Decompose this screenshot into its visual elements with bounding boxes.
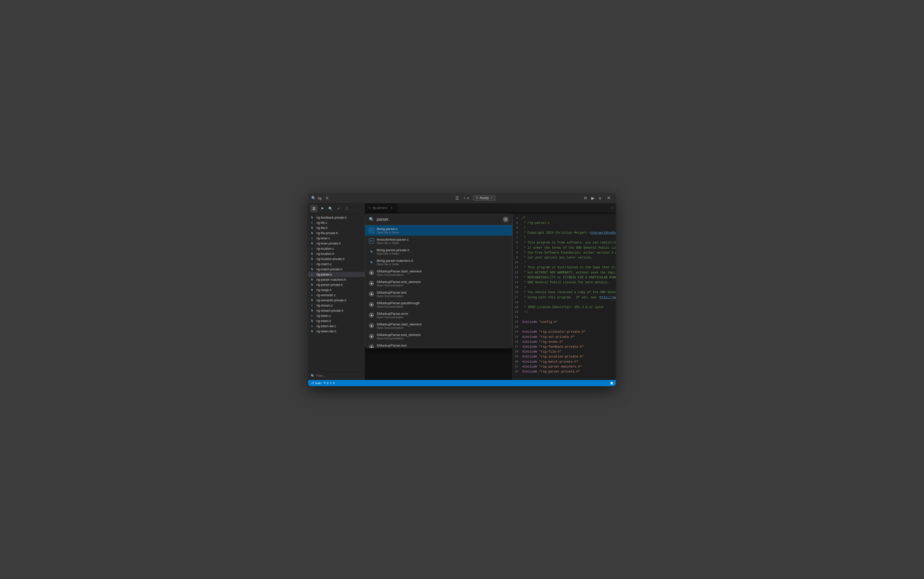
sidebar-icon-search[interactable]: 🔍: [327, 205, 334, 212]
preview-line: 11 * This program is distributed in the …: [515, 265, 614, 270]
new-file-button[interactable]: + ∨: [462, 195, 471, 201]
quick-open-result-item[interactable]: h lib/rig-parser-matchers.h Open file or…: [365, 257, 512, 268]
result-name: GMarkupParser.end_element: [377, 333, 420, 337]
sidebar-file-item[interactable]: crig-token-iter.c: [308, 324, 365, 329]
titlebar-left: 🔍 rig ≡: [311, 195, 368, 201]
status-label: Ready: [480, 196, 489, 200]
quick-open-result-item[interactable]: ● GMarkupParser.error Open Documentation: [365, 310, 512, 321]
sidebar-file-item[interactable]: hrig-range.h: [308, 288, 365, 293]
quick-open-result-item[interactable]: ● GMarkupParser.end_element Open Documen…: [365, 331, 512, 342]
sidebar-file-item[interactable]: crig-semantic.c: [308, 293, 365, 298]
file-name: rig-file-private.h: [316, 231, 338, 235]
debug-icon[interactable]: ⚙: [583, 195, 588, 201]
result-type-icon: C: [369, 238, 374, 244]
file-name: rig-match.c: [316, 262, 332, 266]
result-text: testsuite/test-parser.c Open file or fol…: [377, 237, 409, 245]
app-window: 🔍 rig ≡ ☰ + ∨ ⇅ Ready ✓ ⚙ ▶ ∨ ✕ ☰ ⚑ �: [308, 193, 616, 386]
quick-open-result-item[interactable]: C lib/rig-parser.c Open file or folder: [365, 225, 512, 236]
sidebar-icon-list[interactable]: ☰: [310, 205, 317, 212]
sidebar-file-item[interactable]: hrig-feedback-private.h: [308, 215, 365, 220]
file-type-badge: c: [311, 237, 315, 240]
file-name: rig-location.h: [316, 252, 334, 256]
preview-line: 16 * You should have received a copy of …: [515, 290, 614, 295]
sidebar-file-item[interactable]: crig-parser.c: [308, 272, 365, 277]
result-type-icon: ●: [369, 344, 374, 348]
result-name: GMarkupParser.end_element: [377, 280, 420, 284]
file-type-badge: c: [311, 325, 315, 327]
preview-line: 23: [515, 325, 614, 330]
branch-icon: ⎇: [311, 381, 314, 384]
sidebar-file-item[interactable]: hrig-file.h: [308, 226, 365, 231]
status-badge[interactable]: ⇅ Ready ✓: [473, 195, 496, 201]
sidebar-file-item[interactable]: hrig-stream-private.h: [308, 308, 365, 313]
run-dropdown[interactable]: ∨: [597, 195, 603, 201]
sidebar-file-item[interactable]: hrig-lexer-private.h: [308, 241, 365, 246]
sidebar-file-item[interactable]: crig-match.c: [308, 262, 365, 267]
preview-line: 12 * but WITHOUT ANY WARRANTY; without e…: [515, 270, 614, 275]
filter-input[interactable]: [316, 374, 362, 378]
quick-open-clear-button[interactable]: ✕: [503, 217, 509, 222]
sidebar-file-item[interactable]: crig-token.c: [308, 313, 365, 319]
result-sub: Open file or folder: [377, 252, 409, 255]
preview-line: 9 * (at your option) any later version.: [515, 255, 614, 260]
quick-open-result-item[interactable]: ● GMarkupParser.text Open Documentation: [365, 342, 512, 348]
sidebar-file-item[interactable]: crig-stream.c: [308, 303, 365, 308]
menu-icon[interactable]: ≡: [325, 195, 328, 201]
preview-line: 6 * This program is free software: you c…: [515, 240, 614, 245]
sidebar-file-item[interactable]: hrig-file-private.h: [308, 231, 365, 236]
sidebar-file-item[interactable]: hrig-token-iter.h: [308, 329, 365, 334]
sidebar-file-item[interactable]: hrig-location.h: [308, 251, 365, 257]
result-text: GMarkupParser.end_element Open Documenta…: [377, 280, 420, 287]
quick-open-search-icon: 🔍: [369, 217, 374, 222]
result-type-icon: h: [369, 249, 374, 254]
panel-icon[interactable]: ▣: [610, 381, 613, 385]
file-name: rig-semantic-private.h: [316, 299, 346, 302]
close-button[interactable]: ✕: [605, 194, 613, 202]
sidebar-file-item[interactable]: hrig-parser-matchers.h: [308, 277, 365, 282]
result-text: lib/rig-parser.c Open file or folder: [377, 227, 399, 234]
file-type-badge: c: [311, 294, 315, 296]
sidebar-file-item[interactable]: hrig-location-private.h: [308, 257, 365, 262]
result-type-icon: ●: [369, 312, 374, 318]
result-sub: Open Documentation: [377, 284, 420, 287]
result-text: GMarkupParser.end_element Open Documenta…: [377, 333, 420, 340]
result-name: GMarkupParser.start_element: [377, 269, 422, 273]
result-sub: Open file or folder: [377, 263, 413, 266]
sidebar-file-item[interactable]: hrig-semantic-private.h: [308, 298, 365, 303]
sidebar-file-item[interactable]: hrig-parser-private.h: [308, 282, 365, 288]
file-name: rig-parser.c: [316, 273, 332, 276]
result-type-icon: ●: [369, 302, 374, 307]
quick-open-result-item[interactable]: ● GMarkupParser.start_element Open Docum…: [365, 321, 512, 331]
quick-open-result-item[interactable]: C testsuite/test-parser.c Open file or f…: [365, 236, 512, 246]
quick-open-input[interactable]: [377, 217, 500, 222]
sidebar-icon-doc[interactable]: □: [343, 205, 351, 212]
file-name: rig-token-iter.c: [316, 324, 336, 328]
file-type-badge: h: [311, 268, 315, 271]
status-arrows-icon: ⇅: [476, 196, 478, 200]
sidebar-file-item[interactable]: crig-location.c: [308, 246, 365, 251]
quick-open-result-item[interactable]: ● GMarkupParser.end_element Open Documen…: [365, 278, 512, 289]
quick-open-result-item[interactable]: ● GMarkupParser.passthrough Open Documen…: [365, 299, 512, 310]
sidebar-file-item[interactable]: crig-file.c: [308, 220, 365, 226]
quick-open-result-item[interactable]: h lib/rig-parser-private.h Open file or …: [365, 246, 512, 257]
sidebar-file-item[interactable]: crig-lexer.c: [308, 236, 365, 241]
file-name: rig-token.c: [316, 314, 331, 318]
sidebar-file-item[interactable]: hrig-token.h: [308, 319, 365, 324]
file-type-badge: h: [311, 309, 315, 312]
result-text: lib/rig-parser-matchers.h Open file or f…: [377, 259, 413, 266]
sidebar-file-item[interactable]: hrig-match-private.h: [308, 267, 365, 272]
sidebar-toggle-icon[interactable]: ☰: [454, 195, 460, 201]
quick-open-result-item[interactable]: ● GMarkupParser.start_element Open Docum…: [365, 268, 512, 278]
quick-open-result-item[interactable]: ● GMarkupParser.text Open Documentation: [365, 289, 512, 299]
preview-line: 29#include "rig-location-private.h": [515, 354, 614, 359]
statusbar-errors[interactable]: ✕ 0 ⚠ 0: [324, 381, 335, 384]
sidebar-icon-check[interactable]: ✓: [335, 205, 342, 212]
run-button[interactable]: ▶: [590, 195, 595, 201]
statusbar-branch[interactable]: ⎇ main: [311, 381, 321, 384]
status-check-icon: ✓: [490, 196, 493, 200]
branch-name: main: [315, 381, 321, 384]
file-name: rig-token.h: [316, 319, 331, 323]
sidebar-icon-git[interactable]: ⚑: [319, 205, 326, 212]
titlebar-center: ☰ + ∨ ⇅ Ready ✓: [370, 195, 580, 201]
result-type-icon: C: [369, 228, 374, 233]
